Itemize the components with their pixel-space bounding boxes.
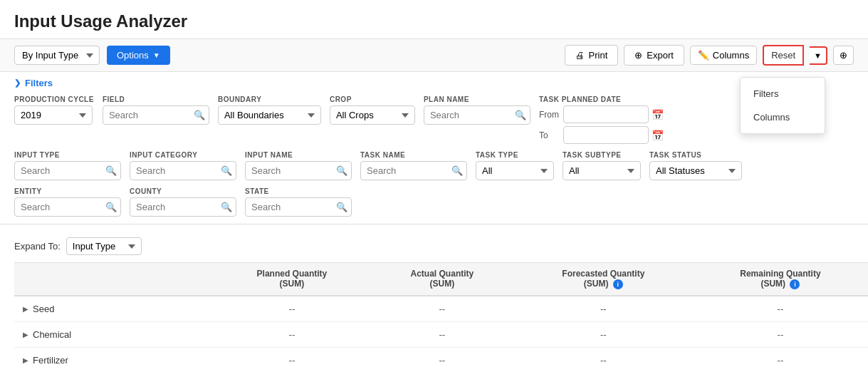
- state-search-icon: 🔍: [336, 202, 347, 212]
- col-header-planned: Planned Quantity(SUM): [214, 263, 370, 296]
- chemical-label: Chemical: [33, 329, 71, 340]
- page-title: Input Usage Analyzer: [14, 11, 854, 31]
- input-type-filter: INPUT TYPE 🔍: [14, 151, 121, 180]
- chemical-forecasted: --: [514, 321, 693, 347]
- seed-planned: --: [214, 296, 370, 322]
- reset-button[interactable]: Reset: [763, 45, 804, 66]
- seed-row-expand[interactable]: ▶ Seed: [23, 304, 205, 314]
- task-status-filter: TASK STATUS All Statuses: [649, 151, 742, 180]
- col-header-name: [14, 263, 214, 296]
- columns-button[interactable]: ✏️ Columns: [690, 46, 757, 65]
- fertilizer-label: Fertilizer: [33, 355, 68, 366]
- reset-dropdown-menu: Filters Columns: [740, 77, 825, 134]
- county-filter: COUNTY 🔍: [130, 187, 236, 217]
- task-planned-date-filter: TASK PLANNED DATE From 📅 To 📅: [539, 95, 664, 144]
- export-icon: ⊕: [634, 50, 642, 61]
- input-name-filter: INPUT NAME 🔍: [245, 151, 352, 180]
- plan-name-filter: PLAN NAME 🔍: [424, 95, 530, 125]
- production-cycle-select[interactable]: 2019: [14, 105, 93, 125]
- col-header-actual: Actual Quantity(SUM): [370, 263, 514, 296]
- expand-to-label: Expand To:: [14, 241, 61, 252]
- task-type-select[interactable]: All: [476, 161, 554, 180]
- input-type-search-icon: 🔍: [105, 165, 117, 176]
- chemical-planned: --: [214, 321, 370, 347]
- calendar-to-icon[interactable]: 📅: [652, 130, 664, 141]
- calendar-from-icon[interactable]: 📅: [652, 109, 664, 120]
- export-button[interactable]: ⊕ Export: [624, 45, 684, 66]
- seed-expand-arrow-icon: ▶: [23, 305, 28, 313]
- boundary-select[interactable]: All Boundaries: [218, 105, 321, 125]
- field-search-icon: 🔍: [194, 110, 205, 120]
- fertilizer-planned: --: [214, 347, 370, 372]
- remaining-info-icon[interactable]: i: [790, 279, 800, 289]
- task-name-search-icon: 🔍: [451, 165, 463, 176]
- col-header-remaining: Remaining Quantity(SUM) i: [693, 263, 868, 296]
- task-name-filter: TASK NAME 🔍: [360, 151, 467, 180]
- forecasted-info-icon[interactable]: i: [613, 279, 623, 289]
- seed-label: Seed: [33, 304, 54, 314]
- task-status-select[interactable]: All Statuses: [649, 161, 742, 180]
- dropdown-item-filters[interactable]: Filters: [741, 82, 825, 105]
- options-arrow-icon: ▼: [153, 51, 160, 59]
- printer-icon: 🖨: [575, 50, 585, 61]
- crop-select[interactable]: All Crops: [330, 105, 415, 125]
- col-header-forecasted: Forecasted Quantity(SUM) i: [514, 263, 693, 296]
- chemical-remaining: --: [693, 321, 868, 347]
- table-row: ▶ Seed -- -- -- --: [14, 296, 868, 322]
- seed-forecasted: --: [514, 296, 693, 322]
- chemical-row-expand[interactable]: ▶ Chemical: [23, 329, 205, 340]
- fertilizer-row-expand[interactable]: ▶ Fertilizer: [23, 355, 205, 366]
- filters-header[interactable]: ❯ Filters: [14, 78, 854, 88]
- task-subtype-select[interactable]: All: [563, 161, 641, 180]
- chemical-actual: --: [370, 321, 514, 347]
- crop-filter: CROP All Crops: [330, 95, 415, 125]
- fertilizer-expand-arrow-icon: ▶: [23, 356, 28, 364]
- filters-chevron-icon: ❯: [14, 78, 21, 88]
- field-filter: FIELD 🔍: [103, 95, 209, 125]
- entity-filter: ENTITY 🔍: [14, 187, 121, 217]
- production-cycle-filter: PRODUCTION CYCLE 2019: [14, 95, 94, 125]
- fertilizer-remaining: --: [693, 347, 868, 372]
- seed-remaining: --: [693, 296, 868, 322]
- task-subtype-filter: TASK SUBTYPE All: [563, 151, 641, 180]
- expand-select[interactable]: Input Type Input Name: [66, 237, 142, 255]
- data-table: Planned Quantity(SUM) Actual Quantity(SU…: [14, 262, 868, 372]
- reset-dropdown-button[interactable]: ▼: [810, 46, 827, 65]
- boundary-filter: BOUNDARY All Boundaries: [218, 95, 321, 125]
- task-type-filter: TASK TYPE All: [476, 151, 554, 180]
- table-row: ▶ Chemical -- -- -- --: [14, 321, 868, 347]
- location-button[interactable]: ⊕: [833, 46, 854, 65]
- view-select[interactable]: By Input Type By Field By Task: [14, 46, 100, 65]
- fertilizer-actual: --: [370, 347, 514, 372]
- task-date-from-input[interactable]: [563, 105, 649, 123]
- chemical-expand-arrow-icon: ▶: [23, 331, 28, 339]
- entity-search-icon: 🔍: [105, 202, 117, 212]
- task-date-to-input[interactable]: [563, 126, 649, 144]
- state-filter: STATE 🔍: [245, 187, 352, 217]
- input-category-search-icon: 🔍: [221, 165, 232, 176]
- fertilizer-forecasted: --: [514, 347, 693, 372]
- columns-icon: ✏️: [698, 50, 709, 61]
- plan-name-search-icon: 🔍: [515, 110, 526, 120]
- county-search-icon: 🔍: [221, 202, 232, 212]
- seed-actual: --: [370, 296, 514, 322]
- dropdown-item-columns[interactable]: Columns: [741, 105, 825, 129]
- print-button[interactable]: 🖨 Print: [565, 45, 619, 66]
- input-category-filter: INPUT CATEGORY 🔍: [130, 151, 236, 180]
- table-row: ▶ Fertilizer -- -- -- --: [14, 347, 868, 372]
- options-button[interactable]: Options ▼: [107, 46, 170, 65]
- input-name-search-icon: 🔍: [336, 165, 347, 176]
